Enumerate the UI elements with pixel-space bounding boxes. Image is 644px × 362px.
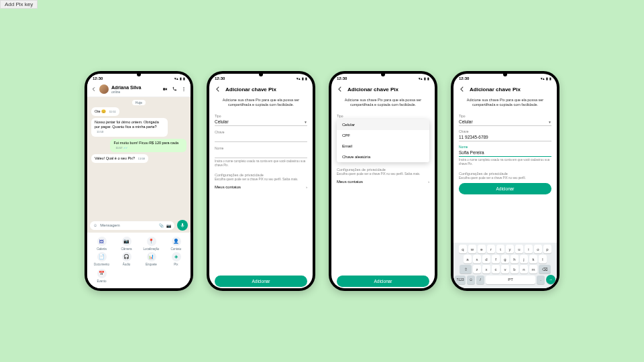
- key-b[interactable]: b: [511, 265, 519, 274]
- key-n[interactable]: n: [520, 265, 528, 274]
- video-call-icon[interactable]: [162, 86, 168, 93]
- attach-documento[interactable]: 📄Documento: [90, 252, 113, 266]
- message-incoming[interactable]: Oie 😊 11:51: [91, 107, 119, 116]
- attach-enquete[interactable]: 📊Enquete: [140, 252, 163, 266]
- contact-name: Adriana Silva: [111, 85, 141, 90]
- key-k[interactable]: k: [529, 255, 537, 263]
- period-key[interactable]: .: [537, 276, 545, 284]
- voice-call-icon[interactable]: [172, 86, 177, 93]
- back-icon[interactable]: [91, 86, 97, 93]
- attach-pix[interactable]: ◈Pix: [164, 252, 188, 266]
- key-f[interactable]: f: [492, 255, 500, 263]
- message-input[interactable]: ☺ Mensagem 📎 📷: [90, 221, 174, 230]
- dropdown-option-aleatoria[interactable]: Chave aleatória: [337, 152, 429, 162]
- message-time: 11:51: [109, 110, 116, 113]
- camera-icon[interactable]: 📷: [166, 223, 171, 228]
- phone-2-form-empty: 12:30 ▾▴▮▮ Adicionar chave Pix Adicione …: [207, 71, 315, 291]
- key-p[interactable]: p: [543, 245, 551, 253]
- key-a[interactable]: a: [464, 255, 472, 263]
- emoji-key[interactable]: ☺: [467, 276, 475, 284]
- attach-evento[interactable]: 📅Evento: [90, 269, 113, 283]
- svg-point-1: [183, 87, 184, 88]
- message-outgoing[interactable]: Foi muito bom! Ficou R$ 120 para cada 11…: [110, 139, 186, 152]
- add-button[interactable]: Adicionar: [337, 276, 429, 287]
- more-icon[interactable]: [181, 86, 186, 93]
- form-header: Adicionar chave Pix: [331, 82, 435, 97]
- key-i[interactable]: i: [525, 245, 533, 253]
- chat-messages: Hoje Oie 😊 11:51 Nosso jantar foi ótimo …: [87, 97, 191, 218]
- attach-audio[interactable]: 🎧Áudio: [115, 252, 138, 266]
- nome-input[interactable]: Sofia Pereira: [459, 149, 551, 157]
- attach-icon[interactable]: 📎: [159, 223, 164, 228]
- numbers-key[interactable]: ?123: [455, 276, 466, 284]
- tipo-select[interactable]: Celular ▼: [215, 118, 307, 126]
- key-t[interactable]: t: [496, 245, 504, 253]
- key-e[interactable]: e: [478, 245, 486, 253]
- space-key[interactable]: PT: [486, 276, 535, 284]
- key-x[interactable]: x: [482, 265, 490, 274]
- avatar[interactable]: [99, 84, 109, 94]
- message-time: 11:58: [138, 157, 145, 160]
- dropdown-option-celular[interactable]: Celular: [337, 119, 429, 130]
- contacts-row[interactable]: Meus contatos ›: [215, 182, 307, 192]
- backspace-key[interactable]: ⌫: [539, 265, 551, 274]
- key-c[interactable]: c: [492, 265, 500, 274]
- add-button[interactable]: Adicionar: [215, 276, 307, 287]
- emoji-icon[interactable]: ☺: [93, 223, 97, 227]
- form-description: Adicione sua chave Pix para que ela poss…: [215, 98, 307, 111]
- tipo-dropdown: Celular CPF Email Chave aleatória: [337, 119, 429, 162]
- attach-label: Galeria: [97, 247, 107, 251]
- back-icon[interactable]: [337, 86, 343, 93]
- enter-key[interactable]: →: [546, 275, 555, 284]
- back-icon[interactable]: [459, 86, 466, 93]
- key-w[interactable]: w: [468, 245, 476, 253]
- key-y[interactable]: y: [506, 245, 514, 253]
- attach-contato[interactable]: 👤Contato: [164, 237, 188, 251]
- add-button[interactable]: Adicionar: [459, 183, 551, 194]
- key-d[interactable]: d: [482, 255, 490, 263]
- message-text: Foi muito bom! Ficou R$ 120 para cada: [113, 141, 178, 145]
- slash-key[interactable]: /: [476, 276, 484, 284]
- chave-input[interactable]: 11 92345-6789: [459, 133, 551, 141]
- key-q[interactable]: q: [459, 245, 467, 253]
- form-header: Adicionar chave Pix: [453, 82, 557, 97]
- key-l[interactable]: l: [539, 255, 547, 263]
- status-time: 12:30: [215, 76, 225, 80]
- key-h[interactable]: h: [511, 255, 519, 263]
- message-text: Valeu! Qual é o seu Pix?: [95, 156, 135, 160]
- dropdown-option-cpf[interactable]: CPF: [337, 130, 429, 141]
- attach-camera[interactable]: 📷Câmera: [115, 237, 138, 251]
- chave-input[interactable]: [215, 134, 307, 142]
- key-j[interactable]: j: [520, 255, 528, 263]
- key-g[interactable]: g: [501, 255, 509, 263]
- attach-localizacao[interactable]: 📍Localização: [140, 237, 163, 251]
- key-s[interactable]: s: [473, 255, 481, 263]
- key-m[interactable]: m: [529, 265, 537, 274]
- message-incoming[interactable]: Nosso jantar foi ótimo ontem. Obrigada p…: [91, 118, 168, 136]
- key-o[interactable]: o: [534, 245, 542, 253]
- attach-galeria[interactable]: 🖼Galeria: [90, 237, 113, 251]
- page-title: Adicionar chave Pix: [470, 86, 521, 93]
- contacts-row[interactable]: Meus contatos ›: [337, 176, 429, 187]
- key-v[interactable]: v: [501, 265, 509, 274]
- back-icon[interactable]: [215, 86, 221, 93]
- mic-button[interactable]: [177, 220, 188, 231]
- tipo-select[interactable]: Celular ▼: [459, 118, 551, 126]
- chat-title-block[interactable]: Adriana Silva online: [111, 85, 141, 94]
- privacy-title: Configurações de privacidade: [459, 172, 551, 176]
- dropdown-option-email[interactable]: Email: [337, 141, 429, 152]
- wifi-icon: ▾▴: [174, 76, 178, 80]
- key-u[interactable]: u: [515, 245, 523, 253]
- nome-hint: Insira o nome completo usado na conta em…: [459, 158, 551, 166]
- message-incoming[interactable]: Valeu! Qual é o seu Pix? 11:58: [91, 154, 148, 163]
- key-z[interactable]: z: [473, 265, 481, 274]
- nome-input[interactable]: [215, 150, 307, 158]
- page-title: Adicionar chave Pix: [347, 86, 398, 93]
- privacy-title: Configurações de privacidade: [215, 173, 307, 177]
- message-text: Oie: [95, 109, 101, 113]
- day-separator: Hoje: [132, 100, 146, 105]
- shift-key[interactable]: ⇧: [460, 265, 472, 274]
- tipo-value: Celular: [459, 119, 473, 124]
- camera-notch: [137, 72, 141, 76]
- key-r[interactable]: r: [487, 245, 495, 253]
